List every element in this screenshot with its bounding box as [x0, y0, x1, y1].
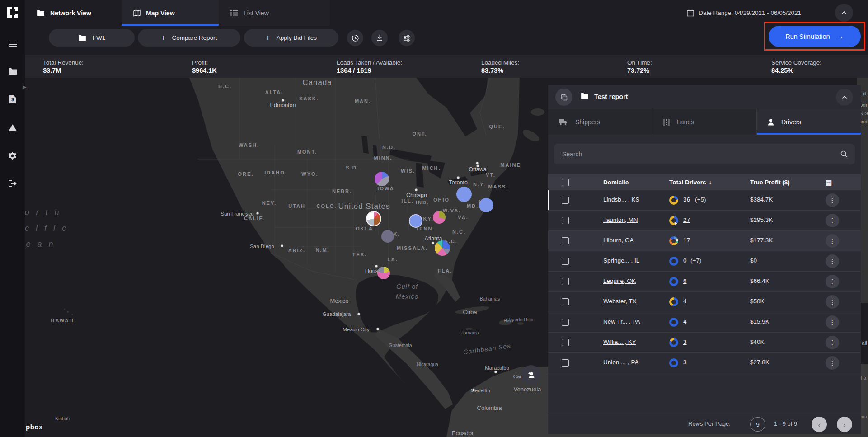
tab-label: Lanes: [677, 118, 694, 126]
table-row[interactable]: Webster, TX4$50K⋮: [548, 292, 861, 312]
column-header-total-drivers[interactable]: Total Drivers ↓: [669, 179, 712, 186]
apply-bid-files-button[interactable]: + Apply Bid Files: [244, 29, 338, 47]
drivers-count-link[interactable]: 4: [683, 318, 687, 325]
compare-report-button[interactable]: + Compare Report: [138, 29, 240, 47]
row-checkbox[interactable]: [562, 359, 569, 367]
table-row[interactable]: Lequire, OK6$66.4K⋮: [548, 272, 861, 292]
map-pie-marker[interactable]: [409, 214, 422, 228]
collapse-header-button[interactable]: [835, 4, 853, 22]
drivers-count-link[interactable]: 3: [683, 338, 687, 345]
map-pie-marker[interactable]: [366, 211, 381, 226]
row-checkbox[interactable]: [562, 217, 569, 224]
column-header-domicile[interactable]: Domicile: [603, 179, 629, 186]
drivers-count-link[interactable]: 36: [683, 196, 690, 203]
map-pie-marker[interactable]: [456, 187, 472, 202]
search-input[interactable]: [554, 150, 840, 158]
drivers-count-link[interactable]: 6: [683, 277, 687, 284]
domicile-link[interactable]: Lilburn, GA: [603, 237, 634, 244]
list-icon: [230, 10, 238, 16]
row-actions-button[interactable]: ⋮: [826, 214, 839, 227]
select-all-checkbox[interactable]: [562, 179, 569, 186]
tab-lanes[interactable]: Lanes: [652, 109, 757, 135]
filter-settings-button[interactable]: [399, 30, 415, 46]
map-pie-marker[interactable]: [433, 211, 446, 224]
drivers-count-link[interactable]: 0: [683, 257, 687, 264]
duplicate-report-button[interactable]: [555, 89, 572, 106]
map-pie-marker[interactable]: [377, 267, 390, 279]
gear-icon[interactable]: [0, 146, 25, 164]
row-actions-button[interactable]: ⋮: [826, 315, 839, 329]
copy-icon: [561, 94, 568, 101]
stat-label: Service Coverage:: [771, 59, 868, 66]
rows-per-page-select[interactable]: 9: [750, 417, 765, 432]
table-row[interactable]: New Tr... , PA4$15.9K⋮: [548, 312, 861, 333]
menu-icon[interactable]: [0, 35, 25, 53]
history-button[interactable]: [347, 30, 363, 46]
download-button[interactable]: [371, 30, 388, 46]
svg-text:$: $: [11, 97, 14, 102]
collapse-panel-button[interactable]: [836, 89, 853, 106]
domicile-link[interactable]: New Tr... , PA: [603, 318, 640, 325]
domicile-link[interactable]: Lequire, OK: [603, 277, 636, 284]
table-row[interactable]: Willia... , KY3$40K⋮: [548, 333, 861, 353]
drivers-count-link[interactable]: 17: [683, 237, 690, 244]
app-root: CanadaB.C.ALTA.SASK.MAN.ONT.QUE.Edmonton…: [0, 0, 868, 437]
row-checkbox[interactable]: [562, 258, 569, 265]
date-range-label: Date Range: 04/29/2021 - 06/05/2021: [699, 9, 801, 16]
search-icon[interactable]: [840, 150, 848, 158]
tab-list-view[interactable]: List View: [219, 0, 330, 26]
domicile-link[interactable]: Willia... , KY: [603, 338, 636, 345]
map-pie-marker[interactable]: [381, 230, 394, 243]
row-actions-button[interactable]: ⋮: [826, 295, 839, 309]
next-page-button[interactable]: ›: [837, 417, 852, 432]
domicile-link[interactable]: Lindsb... , KS: [603, 196, 639, 203]
map-pie-marker[interactable]: [375, 172, 389, 186]
column-settings-icon[interactable]: ▤: [826, 179, 832, 187]
row-checkbox[interactable]: [562, 319, 569, 326]
stat-label: Loads Taken / Available:: [337, 59, 481, 66]
tab-drivers[interactable]: Drivers: [757, 109, 861, 135]
row-actions-button[interactable]: ⋮: [826, 234, 839, 248]
drivers-count-link[interactable]: 3: [683, 359, 687, 366]
drivers-count-link[interactable]: 4: [683, 298, 687, 305]
table-row[interactable]: Taunton, MN27$295.3K⋮: [548, 211, 861, 231]
file-dollar-icon[interactable]: $: [0, 90, 25, 108]
logout-icon[interactable]: [0, 174, 25, 193]
sidebar-expand-handle[interactable]: ▶: [23, 84, 26, 90]
domicile-link[interactable]: Union ... , PA: [603, 359, 639, 366]
domicile-link[interactable]: Taunton, MN: [603, 216, 638, 223]
report-folder-button[interactable]: FW1: [49, 29, 135, 47]
previous-page-button[interactable]: ‹: [812, 417, 827, 432]
row-actions-button[interactable]: ⋮: [826, 356, 839, 370]
column-header-true-profit[interactable]: True Profit ($): [750, 179, 790, 186]
download-icon: [376, 34, 383, 42]
triangle-icon[interactable]: [0, 118, 25, 136]
tab-shippers[interactable]: Shippers: [548, 109, 652, 135]
add-driver-map-button[interactable]: [521, 365, 541, 385]
map-pie-marker[interactable]: [479, 198, 493, 212]
row-checkbox[interactable]: [562, 298, 569, 305]
stat-label: Loaded Miles:: [481, 59, 627, 66]
folder-icon[interactable]: [0, 62, 25, 80]
run-simulation-button[interactable]: Run Simulation →: [769, 26, 861, 47]
row-actions-button[interactable]: ⋮: [826, 336, 839, 349]
tab-network-view[interactable]: Network View: [25, 0, 122, 26]
table-row[interactable]: Springe... , IL0(+7)$0⋮: [548, 251, 861, 272]
map-pie-marker[interactable]: [435, 240, 450, 256]
domicile-link[interactable]: Webster, TX: [603, 298, 637, 305]
table-row[interactable]: Union ... , PA3$27.8K⋮: [548, 353, 861, 373]
table-row[interactable]: Lilburn, GA17$177.3K⋮: [548, 231, 861, 251]
table-row[interactable]: Lindsb... , KS36(+5)$384.7K⋮: [548, 190, 861, 211]
row-actions-button[interactable]: ⋮: [826, 254, 839, 268]
drivers-count-link[interactable]: 27: [683, 216, 690, 223]
row-checkbox[interactable]: [562, 278, 569, 285]
row-checkbox[interactable]: [562, 237, 569, 244]
domicile-link[interactable]: Springe... , IL: [603, 257, 639, 264]
row-checkbox[interactable]: [562, 339, 569, 346]
row-actions-button[interactable]: ⋮: [826, 275, 839, 288]
tab-label: Drivers: [781, 118, 801, 126]
row-checkbox[interactable]: [562, 197, 569, 204]
tab-map-view[interactable]: Map View: [122, 0, 219, 26]
row-actions-button[interactable]: ⋮: [826, 193, 839, 207]
app-logo-icon[interactable]: [6, 5, 19, 19]
